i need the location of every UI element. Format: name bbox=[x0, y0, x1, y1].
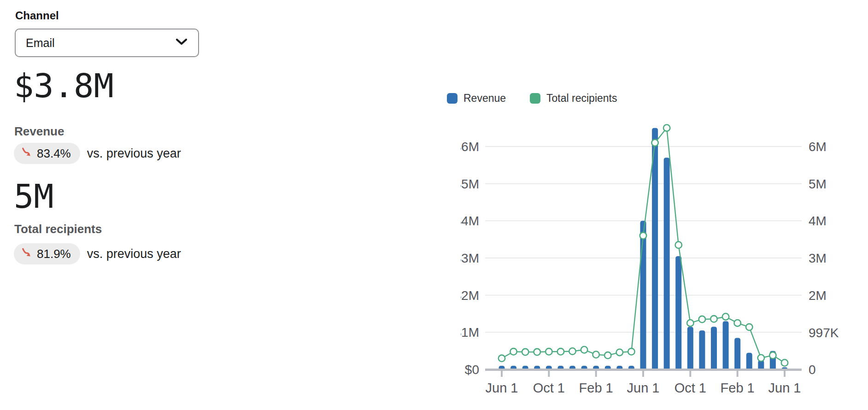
svg-text:2M: 2M bbox=[809, 288, 827, 303]
trend-down-icon bbox=[21, 247, 33, 261]
legend-label-revenue: Revenue bbox=[463, 92, 506, 105]
revenue-delta-row: 83.4% vs. previous year bbox=[14, 143, 181, 164]
revenue-metric-value: $3.8M bbox=[14, 69, 114, 102]
svg-text:0: 0 bbox=[809, 363, 816, 377]
svg-text:Oct 1: Oct 1 bbox=[533, 381, 565, 395]
svg-text:Feb 1: Feb 1 bbox=[579, 381, 613, 395]
channel-select[interactable]: Email bbox=[15, 29, 199, 57]
trend-down-icon bbox=[21, 146, 33, 160]
revenue-delta-value: 83.4% bbox=[37, 146, 71, 161]
svg-text:$2M: $2M bbox=[461, 288, 479, 303]
svg-text:4M: 4M bbox=[809, 214, 827, 228]
svg-text:$3M: $3M bbox=[461, 251, 479, 265]
svg-text:Jun 1: Jun 1 bbox=[768, 381, 801, 395]
channel-select-value: Email bbox=[26, 36, 55, 50]
svg-text:997K: 997K bbox=[809, 326, 839, 340]
svg-text:$4M: $4M bbox=[461, 214, 479, 228]
revenue-delta-badge: 83.4% bbox=[14, 143, 80, 164]
recipients-metric-value: 5M bbox=[14, 180, 54, 213]
svg-text:$6M: $6M bbox=[461, 140, 479, 154]
chart-legend: Revenue Total recipients bbox=[447, 92, 617, 105]
svg-text:$1M: $1M bbox=[461, 325, 479, 340]
revenue-recipients-chart: $0$1M$2M$3M$4M$5M$6M0997K2M3M4M5M6MJun 1… bbox=[461, 106, 868, 410]
email-performance-dashboard: Channel Email $3.8M Revenue 83.4% vs. pr… bbox=[0, 0, 868, 410]
svg-text:5M: 5M bbox=[809, 177, 827, 191]
chevron-down-icon bbox=[175, 38, 188, 48]
recipients-delta-badge: 81.9% bbox=[14, 243, 80, 264]
svg-text:Jun 1: Jun 1 bbox=[627, 381, 660, 395]
legend-label-total-recipients: Total recipients bbox=[546, 92, 617, 105]
legend-item-total-recipients[interactable]: Total recipients bbox=[530, 92, 617, 105]
svg-text:Feb 1: Feb 1 bbox=[721, 381, 755, 395]
svg-text:3M: 3M bbox=[809, 251, 827, 265]
revenue-swatch-icon bbox=[447, 93, 457, 104]
recipients-delta-row: 81.9% vs. previous year bbox=[14, 243, 181, 264]
revenue-metric-label: Revenue bbox=[14, 124, 64, 139]
svg-text:Oct 1: Oct 1 bbox=[674, 381, 706, 395]
channel-label: Channel bbox=[15, 9, 59, 22]
svg-text:$5M: $5M bbox=[461, 177, 479, 191]
recipients-comparison-label: vs. previous year bbox=[87, 247, 181, 261]
svg-text:$0: $0 bbox=[465, 363, 479, 377]
recipients-delta-value: 81.9% bbox=[37, 247, 71, 261]
legend-item-revenue[interactable]: Revenue bbox=[447, 92, 506, 105]
revenue-comparison-label: vs. previous year bbox=[87, 146, 181, 161]
recipients-metric-label: Total recipients bbox=[14, 222, 102, 236]
svg-text:6M: 6M bbox=[809, 140, 827, 154]
svg-text:Jun 1: Jun 1 bbox=[486, 381, 518, 395]
total-recipients-swatch-icon bbox=[530, 93, 540, 104]
